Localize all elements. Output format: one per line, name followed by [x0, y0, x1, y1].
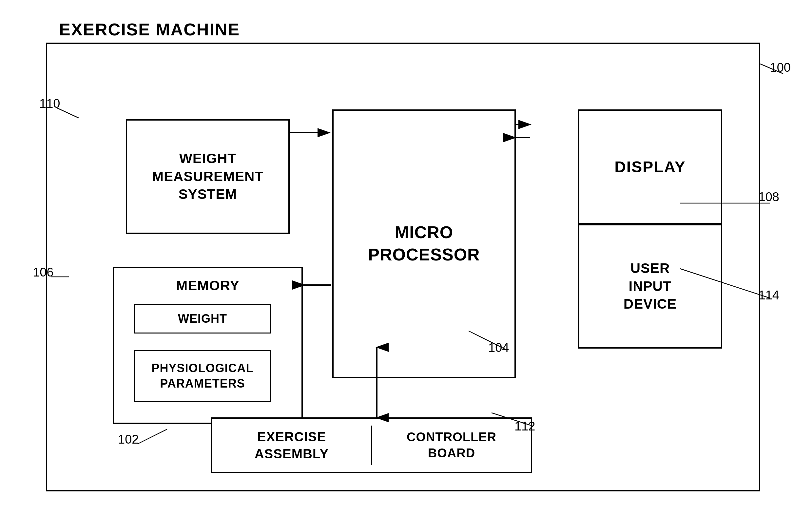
ref-110: 110 — [39, 97, 60, 111]
mp-label: MICRO PROCESSOR — [368, 221, 480, 266]
weight-inner-box: WEIGHT — [134, 304, 271, 334]
wms-box: WEIGHT MEASUREMENT SYSTEM — [126, 119, 290, 234]
uid-label: USER INPUT DEVICE — [624, 260, 677, 313]
memory-box: MEMORY WEIGHT PHYSIOLOGICAL PARAMETERS — [113, 267, 303, 424]
memory-label: MEMORY — [114, 278, 301, 294]
ref-112: 112 — [515, 419, 535, 433]
wms-label: WEIGHT MEASUREMENT SYSTEM — [152, 150, 263, 204]
exercise-assembly-label: EXERCISE ASSEMBLY — [212, 428, 371, 462]
uid-box: USER INPUT DEVICE — [578, 224, 722, 349]
display-label: DISPLAY — [614, 158, 686, 176]
ref-102: 102 — [118, 432, 139, 447]
weight-label: WEIGHT — [178, 312, 227, 326]
ref-100: 100 — [770, 61, 791, 75]
ref-114: 114 — [759, 288, 779, 302]
main-title: EXERCISE MACHINE — [59, 20, 240, 39]
page: EXERCISE MACHINE WEIGHT MEASUREMENT SYST… — [0, 0, 812, 515]
mp-box: MICRO PROCESSOR — [332, 110, 516, 378]
machine-box: WEIGHT MEASUREMENT SYSTEM MEMORY WEIGHT … — [46, 42, 760, 491]
bottom-box: EXERCISE ASSEMBLY CONTROLLER BOARD — [211, 417, 532, 473]
physio-inner-box: PHYSIOLOGICAL PARAMETERS — [134, 350, 271, 402]
display-box: DISPLAY — [578, 110, 722, 224]
ref-108: 108 — [759, 190, 779, 204]
ref-106: 106 — [33, 265, 53, 279]
ref-104: 104 — [488, 341, 509, 355]
physio-label: PHYSIOLOGICAL PARAMETERS — [151, 361, 253, 392]
controller-board-label: CONTROLLER BOARD — [372, 429, 531, 462]
